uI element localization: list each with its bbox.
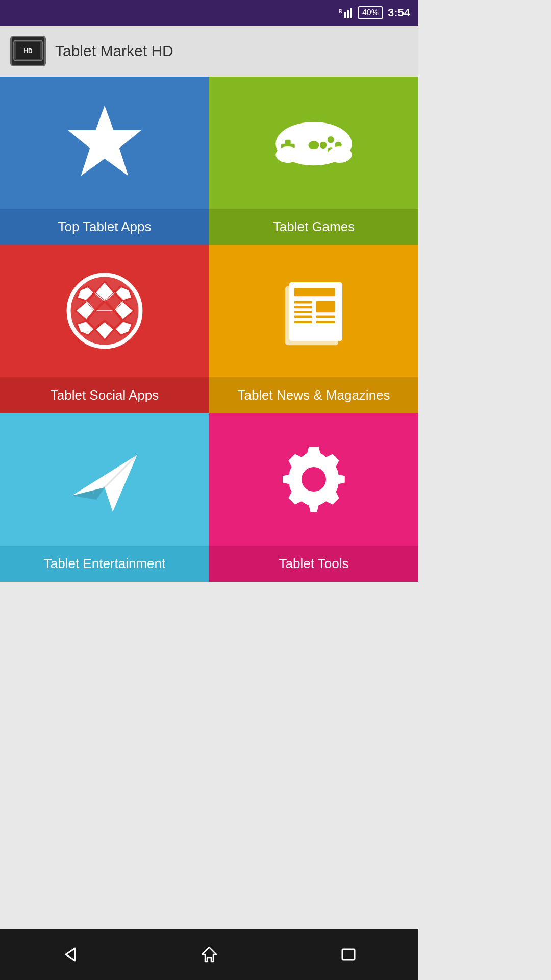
svg-rect-48 xyxy=(316,301,335,312)
svg-rect-2 xyxy=(347,10,349,18)
svg-text:HD: HD xyxy=(23,47,33,55)
svg-point-16 xyxy=(276,146,300,163)
svg-point-17 xyxy=(328,146,352,163)
category-grid: Top Tablet Apps Tablet Game xyxy=(0,77,418,582)
soccer-icon xyxy=(64,270,145,352)
battery-indicator: 40% xyxy=(358,6,383,19)
svg-rect-47 xyxy=(294,321,312,324)
svg-marker-7 xyxy=(68,106,141,176)
svg-point-15 xyxy=(308,141,319,150)
cell-tablet-tools[interactable]: Tablet Tools xyxy=(209,413,418,582)
status-bar: R 40% 3:54 xyxy=(0,0,418,26)
gear-icon xyxy=(273,438,355,520)
blank-space xyxy=(0,582,418,699)
time-display: 3:54 xyxy=(388,6,410,19)
svg-rect-44 xyxy=(294,306,312,309)
cell-icon-tablet-tools xyxy=(209,413,418,546)
cell-label-top-tablet-apps: Top Tablet Apps xyxy=(0,209,209,245)
app-logo: HD xyxy=(10,36,46,66)
star-icon xyxy=(64,102,145,183)
bottom-nav xyxy=(0,929,418,980)
cell-icon-tablet-social-apps xyxy=(0,245,209,377)
cell-tablet-social-apps[interactable]: Tablet Social Apps xyxy=(0,245,209,413)
svg-rect-45 xyxy=(294,311,312,313)
cell-label-tablet-tools: Tablet Tools xyxy=(209,546,418,582)
svg-marker-55 xyxy=(66,948,75,961)
cell-tablet-games[interactable]: Tablet Games xyxy=(209,77,418,245)
paper-plane-icon xyxy=(64,438,145,520)
svg-point-11 xyxy=(328,136,334,143)
cell-top-tablet-apps[interactable]: Top Tablet Apps xyxy=(0,77,209,245)
cell-label-tablet-news-magazines: Tablet News & Magazines xyxy=(209,377,418,413)
svg-rect-42 xyxy=(294,288,335,297)
svg-rect-57 xyxy=(342,949,355,960)
recent-apps-button[interactable] xyxy=(324,940,373,969)
cell-label-tablet-social-apps: Tablet Social Apps xyxy=(0,377,209,413)
gamepad-icon xyxy=(273,102,355,183)
cell-icon-tablet-news-magazines xyxy=(209,245,418,377)
cell-label-tablet-games: Tablet Games xyxy=(209,209,418,245)
svg-point-14 xyxy=(320,142,327,149)
svg-text:R: R xyxy=(339,9,342,14)
home-button[interactable] xyxy=(185,940,234,969)
newspaper-icon xyxy=(273,270,355,352)
svg-point-54 xyxy=(302,467,326,492)
svg-rect-49 xyxy=(316,316,335,318)
svg-marker-51 xyxy=(72,455,137,512)
cell-icon-top-tablet-apps xyxy=(0,77,209,209)
app-header: HD Tablet Market HD xyxy=(0,26,418,77)
signal-icon: R xyxy=(339,7,353,18)
cell-label-tablet-entertainment: Tablet Entertainment xyxy=(0,546,209,582)
svg-rect-43 xyxy=(294,301,312,304)
cell-icon-tablet-games xyxy=(209,77,418,209)
cell-tablet-news-magazines[interactable]: Tablet News & Magazines xyxy=(209,245,418,413)
cell-icon-tablet-entertainment xyxy=(0,413,209,546)
svg-marker-56 xyxy=(202,947,216,962)
svg-rect-3 xyxy=(350,8,352,18)
app-title-text: Tablet Market HD xyxy=(55,42,173,60)
cell-tablet-entertainment[interactable]: Tablet Entertainment xyxy=(0,413,209,582)
back-button[interactable] xyxy=(45,940,94,969)
svg-rect-1 xyxy=(344,12,346,18)
svg-rect-46 xyxy=(294,316,312,318)
svg-rect-50 xyxy=(316,321,335,324)
